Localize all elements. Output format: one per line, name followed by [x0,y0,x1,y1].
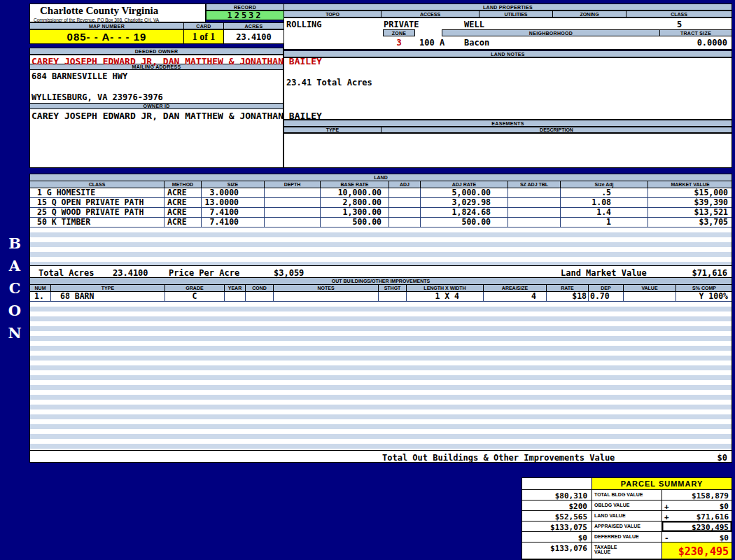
land-row-2: 25 Q WOOD PRIVATE PATH ACRE 7.4100 1,300… [30,208,732,218]
summary-header-row: PARCEL SUMMARY [522,478,732,490]
county-header-box: Charlotte County Virginia Commissioner o… [29,4,206,22]
land-notes-section-label: LAND NOTES [284,50,732,57]
deeded-owner-label: DEEDED OWNER [29,48,284,55]
map-number-label: MAP NUMBER [29,22,184,29]
cell-s-comp: Y 100% [676,292,732,301]
outbuildings-column-headers: NUM TYPE GRADE YEAR COND NOTES STHGT LEN… [30,285,732,292]
outbuildings-total-row: Total Out Buildings & Other Improvements… [30,450,732,462]
col-cond: COND [246,285,274,291]
col-length-width: LENGTH X WIDTH [407,285,484,291]
sidebar-vertical-label: BACON [0,231,29,350]
total-acres-value: 23.4100 [113,268,148,278]
summary-row-land: $52,565 LAND VALUE + $71,616 [522,511,732,522]
cell-depth [265,188,321,197]
cell-base-rate: 10,000.00 [321,188,389,197]
easements-block: EASEMENTS TYPE DESCRIPTION [284,120,732,168]
owner-id-label: OWNER ID [29,103,284,109]
col-sz-adj-tbl: SZ ADJ TBL [508,181,561,188]
cell-size: 3.0000 [202,188,265,197]
col-method: METHOD [164,181,202,188]
col-size-adj: Size Adj [561,181,648,188]
owner-block: DEEDED OWNER CAREY JOSEPH EDWARD JR, DAN… [29,48,284,168]
zone-extra-value: 100 A [419,38,444,48]
cell-rate: $18 [547,292,589,301]
label-obldg-value: OBLDG VALUE [592,500,662,511]
col-s-comp: S% COMP [676,285,732,291]
op-obldg: + [664,502,669,511]
cell-dep: 0.70 [589,292,624,301]
acres-value: 23.4100 [223,29,284,44]
cell-method: ACRE [164,198,202,207]
label-total-bldg-value: TOTAL BLDG VALUE [592,490,662,500]
land-row-3: 50 K TIMBER ACRE 7.4100 500.00 500.00 1 … [30,218,732,227]
easement-type-label: TYPE [284,127,382,133]
cell-sthgt [379,292,407,301]
cell-notes [274,292,379,301]
col-adj: ADJ [389,181,421,188]
access-value: PRIVATE [384,20,419,29]
value-total-bldg: $158,879 [662,490,732,500]
op-deferred: - [664,533,669,542]
parcel-summary-title: PARCEL SUMMARY [592,478,732,490]
neighborhood-value: Bacon [464,38,489,48]
total-bldg-value: $158,879 [692,491,729,500]
land-row-0: 1 G HOMESITE ACRE 3.0000 10,000.00 5,000… [30,188,732,198]
cell-adj [389,208,421,217]
value-taxable: $230,495 [662,542,732,559]
cell-adj [389,218,421,227]
cell-base-rate: 1,300.00 [321,208,389,217]
cell-size-adj: 1 [561,218,648,227]
cell-base-rate: 500.00 [321,218,389,227]
owner-id-value: CAREY JOSEPH EDWARD JR, DAN MATTHEW & JO… [31,111,322,121]
cell-size-adj: 1.08 [561,198,648,207]
col-year: YEAR [225,285,246,291]
cell-adj-rate: 500.00 [421,218,508,227]
prior-land-value: $52,565 [522,511,592,522]
outbuildings-section-label: OUT BUILDINGS/OTHER IMPROVEMENTS [30,278,732,285]
easement-description-label: DESCRIPTION [382,127,732,133]
utilities-value: WELL [464,20,484,29]
cell-class: 15 Q OPEN PRIVATE PATH [30,198,164,207]
tract-size-label: TRACT SIZE [659,29,732,36]
class-value: 5 [626,20,732,29]
summary-row-appraised: $133,075 APPRAISED VALUE $230,495 [522,522,732,532]
record-label: RECORD [206,4,284,10]
cell-length-width: 1 X 4 [407,292,484,301]
cell-type: 68 BARN [51,292,165,301]
deferred-value: $0 [720,533,729,542]
easements-section-label: EASEMENTS [284,120,732,127]
cell-method: ACRE [164,208,202,217]
cell-method: ACRE [164,188,202,197]
utilities-label: UTILITIES [479,10,553,18]
cell-num: 1. [30,292,51,301]
value-deferred: - $0 [662,532,732,542]
land-section-label: LAND [30,174,732,181]
label-taxable-value: TAXABLE VALUE [594,545,622,554]
col-rate: RATE [547,285,589,291]
mailing-address-line1: 684 BARNESVILLE HWY [31,71,127,81]
appraised-value: $230,495 [692,523,729,532]
land-properties-panel: LAND PROPERTIES TOPO ACCESS UTILITIES ZO… [284,4,732,50]
col-type: TYPE [51,285,165,291]
price-per-acre-value: $3,059 [274,268,304,278]
class-label: CLASS [626,10,732,18]
map-number-value: 085- - A- - - 19 [29,29,184,44]
cell-class: 50 K TIMBER [30,218,164,227]
prior-deferred-value: $0 [522,532,592,542]
cell-sz-adj-tbl [508,198,561,207]
county-subtitle: Commissioner of the Revenue, PO Box 308,… [30,17,205,22]
col-sthgt: STHGT [379,285,407,291]
cell-adj-rate: 3,029.98 [421,198,508,207]
land-market-value: $71,616 [692,268,727,278]
topo-label: TOPO [284,10,382,18]
zoning-label: ZONING [553,10,626,18]
prior-obldg-value: $200 [522,500,592,511]
cell-size: 13.0000 [202,198,265,207]
zone-value: 3 [383,38,415,48]
land-value: $71,616 [696,512,729,522]
cell-adj [389,198,421,207]
cell-sz-adj-tbl [508,188,561,197]
cell-market-value: $13,521 [648,208,732,217]
col-num: NUM [30,285,51,291]
op-land: + [664,512,669,522]
